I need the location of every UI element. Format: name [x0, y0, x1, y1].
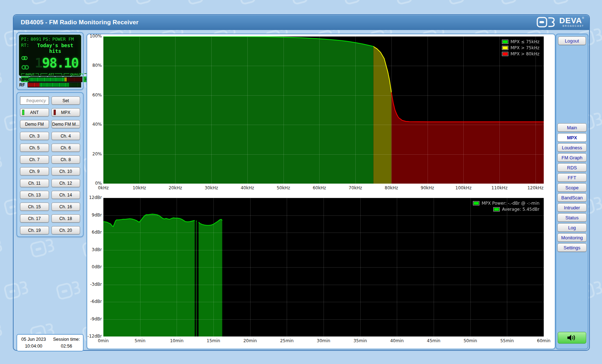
level-meters: MPXRF	[19, 77, 81, 88]
preset-button-ch-9[interactable]: Ch. 9	[20, 167, 49, 175]
preset-button-ch-10[interactable]: Ch. 10	[51, 167, 80, 175]
ps-value: POWER FM	[52, 36, 74, 42]
x-axis-tick-label: 45min	[422, 338, 445, 343]
preset-button-ch-16[interactable]: Ch. 16	[51, 203, 80, 211]
y-axis-tick-label: -12dBr	[87, 334, 102, 339]
deva-watermark-icon	[81, 0, 108, 8]
x-axis-tick-label: 40kHz	[236, 185, 259, 190]
legend-swatch	[502, 40, 508, 44]
deva-watermark-icon	[186, 0, 213, 8]
legend-label: Average: 5.45dBr	[502, 207, 539, 212]
nav-scope[interactable]: Scope	[557, 183, 587, 192]
logout-button[interactable]: Logout	[558, 36, 586, 45]
app-window: DB4005 - FM Radio Monitoring Receiver DE…	[13, 14, 590, 351]
tuner-panel: Set ANTMPXDemo FMDemo FM M...Ch. 3Ch. 4C…	[16, 92, 84, 237]
deva-watermark-icon	[0, 322, 4, 345]
nav-monitoring[interactable]: Monitoring	[557, 233, 587, 242]
x-axis-tick-label: 20kHz	[164, 185, 187, 190]
nav-log[interactable]: Log	[557, 223, 587, 232]
preset-button-ch-20[interactable]: Ch. 20	[51, 226, 80, 234]
x-axis-tick-label: 5min	[129, 338, 152, 343]
rf-meter-bar	[28, 82, 81, 88]
preset-button-ch-3[interactable]: Ch. 3	[20, 132, 49, 140]
nav-fft[interactable]: FFT	[557, 173, 587, 182]
preset-led-indicator	[54, 110, 56, 115]
x-axis-tick-label: 0min	[92, 338, 115, 343]
deva-watermark-icon	[0, 69, 4, 92]
preset-button-ch-15[interactable]: Ch. 15	[20, 203, 49, 211]
logo-registered-mark: ®	[582, 16, 584, 20]
set-frequency-button[interactable]: Set	[51, 96, 80, 105]
nav-rds[interactable]: RDS	[557, 163, 587, 172]
preset-button-ch-14[interactable]: Ch. 14	[51, 191, 80, 199]
y-axis-tick-label: -3dBr	[87, 282, 102, 287]
nav-loudness[interactable]: Loudness	[557, 143, 587, 152]
nav-status[interactable]: Status	[557, 213, 587, 222]
radiotext-value: Today's best hits	[31, 43, 79, 54]
preset-button-ch-7[interactable]: Ch. 7	[20, 155, 49, 164]
mpx-power-chart	[103, 198, 544, 336]
y-axis-tick-label: 60%	[87, 93, 102, 98]
time-value: 10:04:00	[17, 343, 50, 349]
preset-button-mpx[interactable]: MPX	[51, 108, 80, 116]
nav-intruder[interactable]: Intruder	[557, 203, 587, 212]
deva-watermark-icon	[551, 0, 578, 8]
rf-meter: RF	[19, 82, 81, 88]
nav-settings[interactable]: Settings	[557, 243, 587, 252]
y-axis-tick-label: 3dBr	[87, 247, 102, 252]
preset-button-ch-11[interactable]: Ch. 11	[20, 179, 49, 187]
x-axis-tick-label: 0kHz	[92, 185, 115, 190]
deva-watermark-icon	[290, 0, 317, 8]
y-axis-tick-label: -6dBr	[87, 299, 102, 304]
logo-text: DEVA	[559, 16, 582, 25]
deva-watermark-icon	[446, 0, 474, 8]
legend-entry: MPX ≤ 75kHz	[502, 39, 539, 44]
x-axis-tick-label: 70kHz	[344, 185, 367, 190]
receiver-status-panel: PI: 8091 PS: POWER FM RT: Today's best h…	[16, 32, 84, 90]
preset-button-ch-13[interactable]: Ch. 13	[20, 191, 49, 199]
preset-button-ant[interactable]: ANT	[20, 108, 49, 116]
lcd-display: PI: 8091 PS: POWER FM RT: Today's best h…	[19, 35, 81, 76]
rf-meter-label: RF	[19, 83, 28, 88]
preset-button-demo-fm-m[interactable]: Demo FM M...	[51, 120, 80, 128]
deva-watermark-icon	[0, 0, 4, 8]
mpx-meter-bar	[29, 77, 82, 82]
nav-mpx[interactable]: MPX	[557, 133, 587, 142]
x-axis-tick-label: 25min	[275, 338, 298, 343]
mpx-spectrum-chart	[103, 36, 544, 184]
preset-button-ch-8[interactable]: Ch. 8	[51, 155, 80, 164]
frequency-input[interactable]	[20, 96, 49, 105]
x-axis-tick-label: 110kHz	[488, 185, 511, 190]
mpx-power-legend: MPX Power: -.-dBr @ -:-minAverage: 5.45d…	[473, 201, 539, 212]
nav-bandscan[interactable]: BandScan	[557, 193, 587, 202]
pi-label: PI:	[21, 36, 29, 42]
x-axis-tick-label: 10kHz	[128, 185, 151, 190]
preset-button-ch-18[interactable]: Ch. 18	[51, 214, 80, 223]
x-axis-tick-label: 100kHz	[452, 185, 475, 190]
pi-value: 8091	[31, 36, 41, 42]
nav-fm-graph[interactable]: FM Graph	[557, 153, 587, 162]
page-title: DB4005 - FM Radio Monitoring Receiver	[14, 19, 139, 26]
preset-button-ch-5[interactable]: Ch. 5	[20, 144, 49, 152]
stereo-indicator-icon	[21, 55, 32, 61]
y-axis-tick-label: 9dBr	[87, 213, 102, 218]
x-axis-tick-label: 55min	[495, 338, 518, 343]
legend-entry: MPX Power: -.-dBr @ -:-min	[473, 201, 539, 206]
deva-watermark-icon	[133, 0, 161, 8]
preset-button-ch-6[interactable]: Ch. 6	[51, 144, 80, 152]
rt-label: RT:	[21, 43, 29, 54]
legend-entry: MPX > 75kHz	[502, 45, 539, 50]
session-time-value: 02:56	[50, 343, 83, 349]
listen-button[interactable]	[558, 332, 586, 344]
date-value: 05 Jun 2023	[17, 336, 50, 343]
preset-button-ch-17[interactable]: Ch. 17	[20, 214, 49, 223]
legend-label: MPX ≤ 75kHz	[510, 39, 539, 44]
preset-button-ch-12[interactable]: Ch. 12	[51, 179, 80, 187]
x-axis-tick-label: 60kHz	[308, 185, 331, 190]
nav-main[interactable]: Main	[557, 123, 587, 132]
preset-button-demo-fm[interactable]: Demo FM	[20, 120, 49, 128]
preset-button-ch-19[interactable]: Ch. 19	[20, 226, 49, 234]
preset-button-ch-4[interactable]: Ch. 4	[51, 132, 80, 140]
legend-swatch	[473, 201, 479, 205]
legend-label: MPX > 75kHz	[510, 45, 539, 50]
